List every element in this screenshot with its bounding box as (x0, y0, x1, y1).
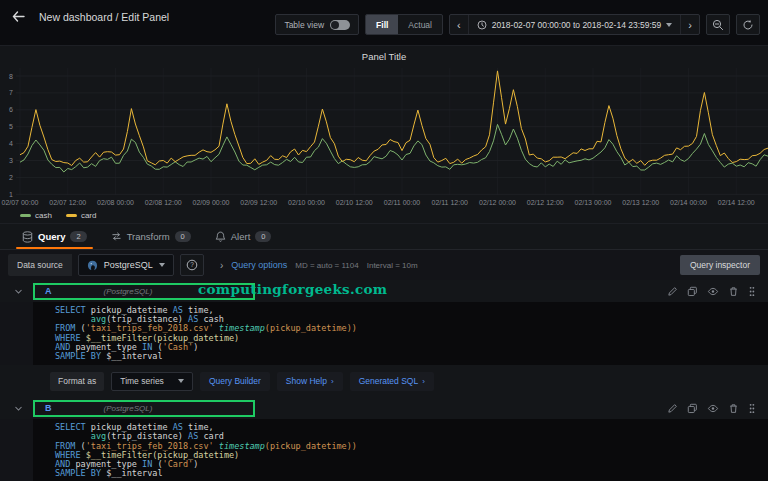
show-help-button[interactable]: Show Help› (277, 372, 343, 391)
svg-text:02/11 12:00: 02/11 12:00 (432, 199, 469, 206)
tab-transform[interactable]: Transform 0 (101, 224, 201, 249)
drag-handle-icon[interactable] (748, 403, 756, 414)
duplicate-query-icon[interactable] (687, 286, 698, 297)
help-circle-icon: ? (186, 259, 198, 271)
datasource-row: Data source PostgreSQL ? › Query options… (0, 250, 768, 280)
svg-text:02/12 12:00: 02/12 12:00 (527, 199, 564, 206)
svg-text:1: 1 (9, 191, 13, 198)
collapse-chevron-icon[interactable] (14, 287, 23, 296)
legend-item-cash[interactable]: cash (20, 211, 52, 220)
svg-text:5: 5 (9, 123, 13, 130)
chevron-down-icon (666, 23, 672, 27)
datasource-picker[interactable]: PostgreSQL (78, 254, 174, 276)
format-select[interactable]: Time series (111, 372, 193, 391)
bell-icon (215, 231, 226, 243)
query-a-ref-annotation[interactable]: A (PostgreSQL) (33, 283, 255, 300)
svg-text:02/09 12:00: 02/09 12:00 (240, 199, 277, 206)
query-ref-datasource: (PostgreSQL) (104, 287, 153, 296)
table-view-label: Table view (284, 20, 324, 30)
table-view-toggle[interactable] (330, 20, 350, 30)
datasource-help-button[interactable]: ? (180, 254, 204, 276)
query-section-a: A (PostgreSQL) SELECT pickup_datetime AS… (0, 280, 768, 397)
delete-query-trash-icon[interactable] (728, 403, 739, 414)
time-series-chart[interactable]: 1234567802/07 00:0002/07 12:0002/08 00:0… (0, 64, 768, 208)
query-a-header: A (PostgreSQL) (0, 280, 768, 302)
svg-text:02/13 12:00: 02/13 12:00 (622, 199, 659, 206)
postgresql-icon (87, 260, 98, 271)
edit-query-icon[interactable] (667, 403, 678, 414)
legend-label: cash (35, 211, 52, 220)
generated-sql-button[interactable]: Generated SQL› (350, 372, 434, 391)
grafana-edit-panel: New dashboard / Edit Panel Table view Fi… (0, 0, 768, 481)
chart-legend: cash card (0, 208, 768, 222)
clock-icon (477, 20, 487, 30)
chevron-down-icon (178, 379, 184, 383)
table-view-control[interactable]: Table view (275, 14, 359, 35)
sql-editor-a[interactable]: SELECT pickup_datetime AS time, avg(trip… (33, 302, 768, 365)
svg-text:7: 7 (9, 89, 13, 96)
panel-title: Panel Title (0, 46, 768, 64)
svg-text:02/10 12:00: 02/10 12:00 (336, 199, 373, 206)
format-value: Time series (120, 376, 164, 386)
svg-text:02/09 00:00: 02/09 00:00 (193, 199, 230, 206)
svg-text:3: 3 (9, 157, 13, 164)
time-range-picker[interactable]: 2018-02-07 00:00:00 to 2018-02-14 23:59:… (468, 15, 682, 34)
chevron-right-icon: › (220, 260, 223, 271)
query-options-label: Query options (231, 260, 287, 270)
svg-text:?: ? (190, 261, 194, 268)
transform-count-badge: 0 (175, 231, 191, 242)
fill-button[interactable]: Fill (366, 15, 398, 34)
svg-text:02/12 00:00: 02/12 00:00 (479, 199, 516, 206)
sql-editor-b[interactable]: SELECT pickup_datetime AS time, avg(trip… (33, 419, 768, 481)
svg-text:02/11 00:00: 02/11 00:00 (384, 199, 421, 206)
svg-text:02/08 12:00: 02/08 12:00 (145, 199, 182, 206)
svg-text:8: 8 (9, 73, 13, 80)
query-options-toggle[interactable]: › Query options MD = auto = 1104 Interva… (220, 260, 418, 271)
card-series-swatch (66, 214, 77, 217)
refresh-button[interactable] (736, 14, 760, 35)
query-b-actions (667, 403, 756, 414)
query-a-actions (667, 286, 756, 297)
format-as-label: Format as (50, 372, 104, 391)
query-builder-button[interactable]: Query Builder (200, 372, 270, 391)
query-b-ref-annotation[interactable]: B (PostgreSQL) (33, 400, 255, 417)
tab-alert[interactable]: Alert 0 (205, 224, 282, 249)
back-button[interactable] (10, 8, 27, 26)
time-range-text: 2018-02-07 00:00:00 to 2018-02-14 23:59:… (492, 20, 662, 30)
svg-text:02/08 00:00: 02/08 00:00 (97, 199, 134, 206)
disable-query-eye-icon[interactable] (707, 403, 719, 414)
refresh-icon (742, 19, 754, 31)
edit-query-icon[interactable] (667, 286, 678, 297)
chevron-down-icon (159, 263, 165, 267)
svg-text:02/14 12:00: 02/14 12:00 (718, 199, 755, 206)
database-icon (22, 231, 33, 243)
query-inspector-button[interactable]: Query inspector (680, 255, 760, 275)
back-arrow-icon (12, 11, 25, 22)
max-datapoints-text: MD = auto = 1104 (295, 261, 358, 270)
drag-handle-icon[interactable] (748, 286, 756, 297)
svg-text:2: 2 (9, 174, 13, 181)
disable-query-eye-icon[interactable] (707, 286, 719, 297)
time-shift-forward-button[interactable]: › (681, 19, 699, 31)
interval-text: Interval = 10m (367, 261, 418, 270)
query-ref-datasource: (PostgreSQL) (104, 404, 153, 413)
svg-text:6: 6 (9, 106, 13, 113)
datasource-label: Data source (8, 254, 72, 276)
query-count-badge: 2 (70, 231, 86, 242)
actual-button[interactable]: Actual (398, 15, 442, 34)
svg-text:02/10 00:00: 02/10 00:00 (288, 199, 325, 206)
magnifier-minus-icon (712, 19, 724, 31)
breadcrumb: New dashboard / Edit Panel (39, 11, 169, 23)
delete-query-trash-icon[interactable] (728, 286, 739, 297)
time-picker-group: ‹ 2018-02-07 00:00:00 to 2018-02-14 23:5… (449, 14, 700, 35)
fill-actual-segmented: Fill Actual (365, 14, 443, 35)
collapse-chevron-icon[interactable] (14, 404, 23, 413)
svg-text:4: 4 (9, 140, 13, 147)
query-ref-letter: B (45, 403, 52, 413)
time-shift-back-button[interactable]: ‹ (450, 19, 468, 31)
duplicate-query-icon[interactable] (687, 403, 698, 414)
zoom-out-button[interactable] (706, 14, 730, 35)
top-bar: New dashboard / Edit Panel Table view Fi… (0, 0, 768, 46)
tab-query[interactable]: Query 2 (12, 224, 97, 249)
legend-item-card[interactable]: card (66, 211, 97, 220)
